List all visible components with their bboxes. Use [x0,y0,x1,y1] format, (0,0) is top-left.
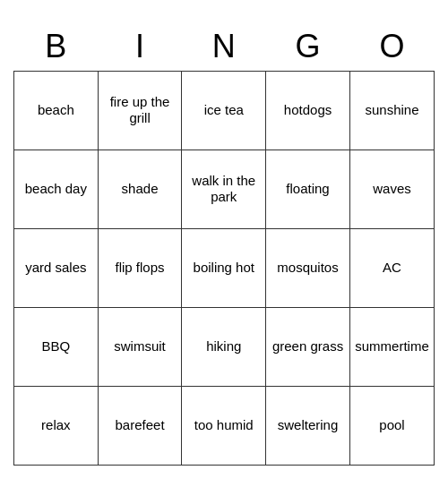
header-N: N [182,22,266,72]
cell-3-0: BBQ [14,307,99,386]
cell-4-1: barefeet [98,386,182,465]
cell-3-2: hiking [182,307,266,386]
cell-3-3: green grass [266,307,350,386]
cell-0-2: ice tea [182,71,266,150]
cell-2-2: boiling hot [182,228,266,307]
cell-4-4: pool [349,386,434,465]
cell-1-3: floating [266,150,350,228]
table-row: yard sales flip flops boiling hot mosqui… [14,228,435,307]
cell-1-1: shade [98,150,182,228]
bingo-header-row: B I N G O [14,22,435,72]
cell-2-3: mosquitos [266,228,350,307]
cell-4-2: too humid [182,386,266,465]
cell-1-4: waves [349,150,434,228]
cell-1-2: walk in the park [182,150,266,228]
bingo-body: beach fire up the grill ice tea hotdogs … [14,71,435,465]
table-row: beach day shade walk in the park floatin… [14,150,435,228]
cell-4-3: sweltering [266,386,350,465]
cell-0-1: fire up the grill [98,71,182,150]
cell-0-0: beach [14,71,99,150]
table-row: BBQ swimsuit hiking green grass summerti… [14,307,435,386]
cell-3-1: swimsuit [98,307,182,386]
cell-2-4: AC [349,228,434,307]
header-G: G [266,22,350,72]
bingo-card: B I N G O beach fire up the grill ice te… [13,22,435,466]
cell-2-0: yard sales [14,228,99,307]
header-B: B [14,22,99,72]
header-I: I [98,22,182,72]
cell-4-0: relax [14,386,99,465]
table-row: relax barefeet too humid sweltering pool [14,386,435,465]
cell-0-3: hotdogs [266,71,350,150]
cell-3-4: summertime [349,307,434,386]
cell-2-1: flip flops [98,228,182,307]
header-O: O [349,22,434,72]
cell-1-0: beach day [14,150,99,228]
cell-0-4: sunshine [349,71,434,150]
table-row: beach fire up the grill ice tea hotdogs … [14,71,435,150]
